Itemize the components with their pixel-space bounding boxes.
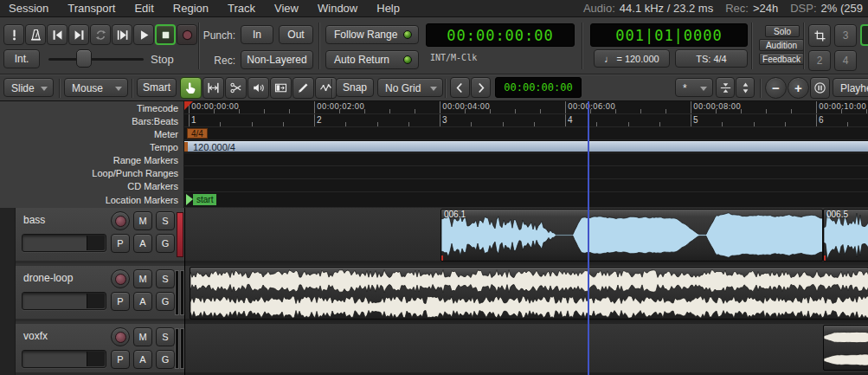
primary-clock[interactable]: 00:00:00:00: [426, 23, 575, 47]
ruler-label-timecode[interactable]: Timecode: [0, 101, 183, 114]
window-button-2[interactable]: 2: [808, 50, 831, 71]
window-button-partial[interactable]: [860, 24, 868, 46]
monitor-feedback-button[interactable]: Feedback: [759, 53, 804, 65]
loop-button[interactable]: [90, 24, 111, 45]
record-arm-button[interactable]: [111, 211, 130, 230]
edit-mode-dropdown[interactable]: Slide: [3, 78, 54, 97]
region-drone-loop[interactable]: [190, 267, 868, 320]
track-header-drone-loop[interactable]: drone-loopMSPAG: [16, 266, 184, 321]
ruler-row-bars-beats[interactable]: 123456: [184, 114, 868, 127]
stop-button[interactable]: [155, 24, 176, 45]
window-button-4[interactable]: 4: [834, 50, 857, 71]
play-range-button[interactable]: [112, 24, 132, 45]
group-button[interactable]: G: [156, 350, 175, 369]
range-tool-button[interactable]: [203, 77, 224, 99]
ruler-label-meter[interactable]: Meter: [0, 127, 183, 140]
group-button[interactable]: G: [156, 292, 175, 311]
gain-slider[interactable]: [22, 292, 106, 310]
snap-button[interactable]: Snap: [336, 78, 374, 97]
tempo-button[interactable]: ♩ = 120.000: [594, 49, 670, 68]
ruler-label-location-markers[interactable]: Location Markers: [0, 192, 183, 208]
edit-canvas[interactable]: 006.1006.5: [184, 208, 868, 375]
sync-source-button[interactable]: Int.: [3, 49, 40, 68]
menu-window[interactable]: Window: [318, 2, 357, 15]
ruler-row-range-markers[interactable]: [184, 153, 868, 166]
zoom-to-session-button[interactable]: [810, 77, 830, 99]
gain-slider[interactable]: [22, 350, 106, 368]
punch-in-button[interactable]: In: [241, 25, 273, 44]
window-button-3[interactable]: 3: [834, 24, 857, 47]
mute-button[interactable]: M: [133, 211, 152, 230]
timefx-tool-button[interactable]: [270, 77, 292, 99]
ruler-row-cd-markers[interactable]: [184, 179, 868, 192]
zoom-focus-dropdown[interactable]: Playhead: [833, 78, 868, 97]
monitor-solo-button[interactable]: Solo: [765, 25, 800, 37]
automation-button[interactable]: A: [133, 350, 152, 369]
ruler-label-tempo[interactable]: Tempo: [0, 140, 183, 153]
edit-point-dropdown[interactable]: Mouse: [64, 78, 128, 97]
auto-return-toggle[interactable]: Auto Return: [325, 50, 419, 69]
go-to-start-button[interactable]: [47, 24, 68, 45]
playlist-button[interactable]: P: [111, 234, 130, 253]
menu-edit[interactable]: Edit: [134, 2, 153, 15]
grid-mode-dropdown[interactable]: No Grid: [377, 78, 443, 97]
marker-filter-dropdown[interactable]: *: [675, 78, 713, 97]
menu-track[interactable]: Track: [228, 2, 255, 15]
menu-transport[interactable]: Transport: [68, 2, 115, 15]
shuttle-handle[interactable]: [76, 49, 92, 68]
mute-button[interactable]: M: [133, 269, 152, 288]
solo-button[interactable]: S: [156, 211, 175, 230]
menu-session[interactable]: Session: [9, 2, 48, 15]
track-lane-voxfx[interactable]: [185, 324, 868, 375]
nudge-back-button[interactable]: [450, 77, 470, 98]
ruler-label-range-markers[interactable]: Range Markers: [0, 153, 183, 166]
playhead-line[interactable]: [588, 101, 589, 375]
ruler-row-location-markers[interactable]: start: [184, 192, 868, 208]
ruler-canvas[interactable]: 00:00:00:0000:00:02:0000:00:04:0000:00:0…: [184, 101, 868, 208]
record-button[interactable]: [177, 24, 197, 45]
ruler-label-bars-beats[interactable]: Bars:Beats: [0, 114, 183, 127]
track-lane-bass[interactable]: 006.1006.5: [185, 208, 868, 263]
punch-out-button[interactable]: Out: [279, 25, 313, 44]
ruler-row-meter[interactable]: 4/4: [184, 127, 868, 140]
zoom-in-button[interactable]: +: [788, 77, 809, 99]
gain-slider-handle[interactable]: [87, 352, 105, 366]
content-tool-button[interactable]: [315, 77, 337, 99]
track-header-bass[interactable]: bassMSPAG: [16, 208, 184, 263]
ruler-label-cd-markers[interactable]: CD Markers: [0, 179, 183, 192]
draw-tool-button[interactable]: [293, 77, 314, 99]
monitor-audition-button[interactable]: Audition: [759, 39, 804, 51]
secondary-clock[interactable]: 001|01|0000: [590, 23, 748, 47]
smart-mode-button[interactable]: Smart: [137, 78, 177, 97]
nudge-clock[interactable]: 00:00:00:00: [495, 77, 582, 98]
mute-button[interactable]: M: [133, 327, 152, 346]
solo-button[interactable]: S: [156, 327, 175, 346]
go-to-end-button[interactable]: [68, 24, 89, 45]
follow-range-toggle[interactable]: Follow Range: [325, 25, 419, 44]
cut-tool-button[interactable]: [225, 77, 247, 99]
ruler-row-tempo[interactable]: 120.000/4: [184, 140, 868, 153]
ruler-row-loop-punch-ranges[interactable]: [184, 166, 868, 179]
menu-help[interactable]: Help: [376, 2, 400, 15]
playlist-button[interactable]: P: [111, 292, 130, 311]
gain-slider-handle[interactable]: [87, 294, 105, 308]
metronome-button[interactable]: [25, 24, 46, 45]
expand-tracks-button[interactable]: [736, 77, 755, 98]
solo-button[interactable]: S: [156, 269, 175, 288]
record-arm-button[interactable]: [111, 269, 130, 288]
group-button[interactable]: G: [156, 234, 175, 253]
ruler-row-timecode[interactable]: 00:00:00:0000:00:02:0000:00:04:0000:00:0…: [184, 101, 868, 114]
region-006-5[interactable]: 006.5: [823, 209, 868, 262]
playlist-button[interactable]: P: [111, 350, 130, 369]
automation-button[interactable]: A: [133, 292, 152, 311]
automation-button[interactable]: A: [133, 234, 152, 253]
grab-tool-button[interactable]: [180, 77, 202, 99]
shrink-tracks-button[interactable]: [716, 77, 735, 98]
time-signature-button[interactable]: TS: 4/4: [675, 49, 748, 68]
shuttle-track[interactable]: [48, 58, 144, 61]
menu-region[interactable]: Region: [173, 2, 209, 15]
zoom-out-button[interactable]: −: [765, 77, 787, 99]
ruler-label-loop-punch-ranges[interactable]: Loop/Punch Ranges: [0, 166, 183, 179]
menu-view[interactable]: View: [274, 2, 299, 15]
gain-slider-handle[interactable]: [87, 236, 105, 250]
